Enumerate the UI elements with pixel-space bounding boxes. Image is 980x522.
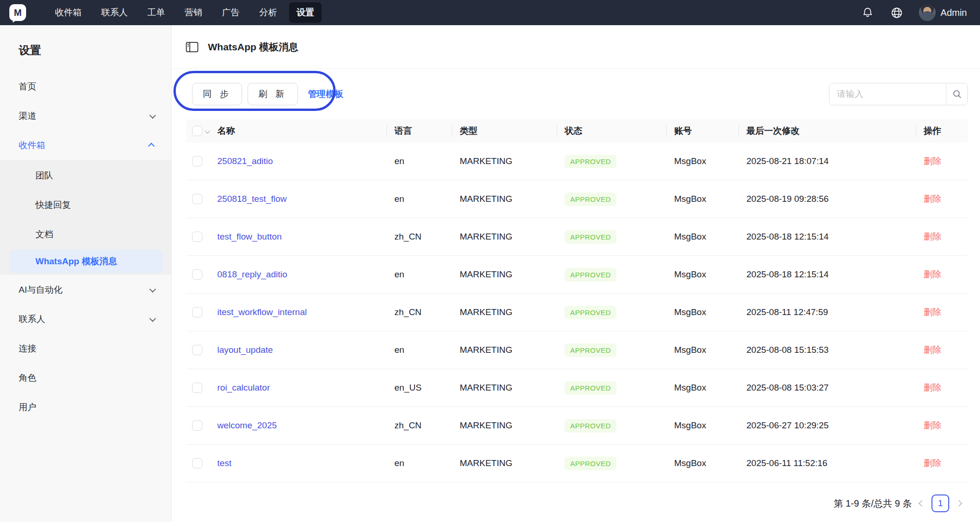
action-cell: 删除 xyxy=(916,306,968,318)
delete-link[interactable]: 删除 xyxy=(924,420,941,430)
select-all-dropdown-icon[interactable] xyxy=(205,128,210,133)
table-row: test_flow_buttonzh_CNMARKETINGAPPROVEDMs… xyxy=(186,218,968,256)
column-header-actions[interactable]: 操作 xyxy=(916,119,968,143)
type-cell: MARKETING xyxy=(452,269,557,280)
sidebar-item-角色[interactable]: 角色 xyxy=(0,363,171,392)
row-checkbox[interactable] xyxy=(192,156,202,166)
refresh-button[interactable]: 刷 新 xyxy=(248,83,297,105)
account-cell: MsgBox xyxy=(667,345,739,355)
page-number-button[interactable]: 1 xyxy=(932,495,949,512)
modified-cell: 2025-08-11 12:47:59 xyxy=(739,307,916,317)
column-header-language[interactable]: 语言 xyxy=(387,119,452,143)
row-checkbox[interactable] xyxy=(192,420,202,431)
sidebar-item-AI与自动化[interactable]: AI与自动化 xyxy=(0,275,171,304)
delete-link[interactable]: 删除 xyxy=(924,307,941,317)
template-name-link[interactable]: 250821_aditio xyxy=(217,156,273,166)
language-cell: en xyxy=(387,156,452,166)
account-cell: MsgBox xyxy=(667,307,739,317)
previous-page-icon[interactable] xyxy=(918,500,925,507)
table-header-row: 名称 语言 类型 状态 账号 最后一次修改 操作 xyxy=(186,119,968,143)
delete-link[interactable]: 删除 xyxy=(924,383,941,392)
page-header: WhatsApp 模板消息 xyxy=(172,25,980,69)
manage-templates-link[interactable]: 管理模板 xyxy=(308,88,344,100)
template-name-cell: roi_calculator xyxy=(216,383,387,393)
column-header-status[interactable]: 状态 xyxy=(557,119,667,143)
sidebar-item-连接[interactable]: 连接 xyxy=(0,334,171,363)
type-cell: MARKETING xyxy=(452,383,557,393)
type-cell: MARKETING xyxy=(452,156,557,166)
language-globe-icon[interactable] xyxy=(890,6,903,19)
action-cell: 删除 xyxy=(916,382,968,394)
page-title: WhatsApp 模板消息 xyxy=(208,41,298,54)
column-header-name[interactable]: 名称 xyxy=(216,119,387,143)
row-checkbox[interactable] xyxy=(192,269,202,280)
delete-link[interactable]: 删除 xyxy=(924,269,941,279)
language-cell: zh_CN xyxy=(387,307,452,317)
column-header-modified[interactable]: 最后一次修改 xyxy=(739,119,916,143)
template-name-link[interactable]: welcome_2025 xyxy=(217,420,277,430)
template-name-link[interactable]: roi_calculator xyxy=(217,383,270,392)
notifications-bell-icon[interactable] xyxy=(861,6,874,19)
collapse-sidebar-icon[interactable] xyxy=(186,41,199,54)
topnav-item-工单[interactable]: 工单 xyxy=(140,2,173,23)
msgbox-logo[interactable]: M xyxy=(9,4,26,21)
user-menu[interactable]: Admin xyxy=(919,4,967,21)
language-cell: en xyxy=(387,194,452,204)
row-checkbox[interactable] xyxy=(192,232,202,242)
template-name-link[interactable]: test xyxy=(217,458,232,468)
topnav-item-收件箱[interactable]: 收件箱 xyxy=(48,2,89,23)
language-cell: zh_CN xyxy=(387,420,452,431)
topnav-menu: 收件箱联系人工单营销广告分析设置 xyxy=(48,2,322,23)
delete-link[interactable]: 删除 xyxy=(924,458,941,468)
template-name-link[interactable]: layout_update xyxy=(217,345,273,355)
template-name-cell: 0818_reply_aditio xyxy=(216,269,387,280)
sidebar-item-用户[interactable]: 用户 xyxy=(0,392,171,422)
sidebar-item-收件箱[interactable]: 收件箱 xyxy=(0,130,171,160)
sidebar-subitem-WhatsApp 模板消息[interactable]: WhatsApp 模板消息 xyxy=(9,250,163,273)
row-checkbox[interactable] xyxy=(192,458,202,468)
action-cell: 删除 xyxy=(916,193,968,205)
type-cell: MARKETING xyxy=(452,458,557,468)
sidebar-item-联系人[interactable]: 联系人 xyxy=(0,304,171,334)
delete-link[interactable]: 删除 xyxy=(924,345,941,355)
delete-link[interactable]: 删除 xyxy=(924,232,941,241)
search-button[interactable] xyxy=(946,83,967,105)
row-checkbox[interactable] xyxy=(192,194,202,204)
topnav-item-分析[interactable]: 分析 xyxy=(252,2,284,23)
template-name-cell: test_flow_button xyxy=(216,232,387,242)
table-row: 0818_reply_aditioenMARKETINGAPPROVEDMsgB… xyxy=(186,256,968,294)
status-badge: APPROVED xyxy=(565,419,616,433)
template-name-link[interactable]: 250818_test_flow xyxy=(217,194,287,204)
column-header-type[interactable]: 类型 xyxy=(452,119,557,143)
search-input[interactable] xyxy=(829,83,946,105)
column-header-account[interactable]: 账号 xyxy=(667,119,739,143)
template-name-link[interactable]: itest_workflow_internal xyxy=(217,307,307,317)
topnav-item-广告[interactable]: 广告 xyxy=(214,2,247,23)
select-all-checkbox[interactable] xyxy=(192,126,202,136)
topnav-item-联系人[interactable]: 联系人 xyxy=(94,2,135,23)
template-name-cell: layout_update xyxy=(216,345,387,355)
type-cell: MARKETING xyxy=(452,194,557,204)
sidebar-subitem-快捷回复[interactable]: 快捷回复 xyxy=(0,190,171,220)
template-name-cell: 250821_aditio xyxy=(216,156,387,166)
template-name-link[interactable]: test_flow_button xyxy=(217,232,282,241)
delete-link[interactable]: 删除 xyxy=(924,194,941,204)
status-cell: APPROVED xyxy=(557,381,667,395)
account-cell: MsgBox xyxy=(667,232,739,242)
sidebar-item-渠道[interactable]: 渠道 xyxy=(0,101,171,130)
sidebar-item-首页[interactable]: 首页 xyxy=(0,72,171,101)
template-name-link[interactable]: 0818_reply_aditio xyxy=(217,269,287,279)
modified-cell: 2025-06-11 11:52:16 xyxy=(739,458,916,468)
type-cell: MARKETING xyxy=(452,307,557,317)
sidebar-subitem-文档[interactable]: 文档 xyxy=(0,220,171,249)
topnav-item-设置[interactable]: 设置 xyxy=(289,2,322,23)
row-checkbox[interactable] xyxy=(192,345,202,355)
sync-button[interactable]: 同 步 xyxy=(192,83,242,105)
next-page-icon[interactable] xyxy=(956,500,962,507)
delete-link[interactable]: 删除 xyxy=(924,156,941,166)
row-checkbox[interactable] xyxy=(192,383,202,393)
row-checkbox-cell xyxy=(186,194,216,204)
topnav-item-营销[interactable]: 营销 xyxy=(177,2,210,23)
row-checkbox[interactable] xyxy=(192,307,202,317)
sidebar-subitem-团队[interactable]: 团队 xyxy=(0,161,171,190)
